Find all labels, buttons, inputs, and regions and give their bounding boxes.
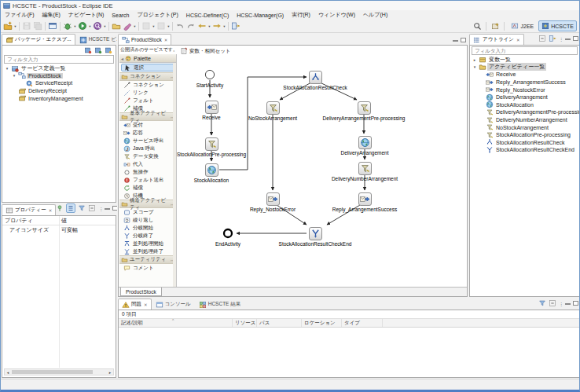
- tree-item[interactable]: Reply_NostockError: [470, 86, 579, 93]
- dropdown-arrow-icon[interactable]: ▾: [133, 24, 137, 28]
- menu-item[interactable]: 実行(R): [288, 10, 314, 20]
- palette-item[interactable]: 応答: [119, 129, 176, 137]
- tab-hcscte-view[interactable]: HCSCTE ビュー✕: [75, 34, 117, 45]
- diagram-node-transform[interactable]: [266, 101, 280, 115]
- palette-item[interactable]: サービス呼出: [119, 137, 176, 145]
- tab-outline[interactable]: アウトライン ✕: [469, 34, 524, 45]
- collapse-all-icon[interactable]: [549, 299, 556, 307]
- menu-item[interactable]: ヘルプ(H): [359, 10, 391, 20]
- perspective-hcscte-button[interactable]: HCSCTE: [538, 20, 577, 31]
- tab-console[interactable]: コンソール: [152, 299, 195, 310]
- diagram-node-transform[interactable]: [358, 162, 372, 175]
- palette-item[interactable]: フォルト送出: [119, 176, 176, 184]
- diagram-node-reply[interactable]: [266, 192, 280, 206]
- palette-item[interactable]: 並列処理終了: [119, 247, 176, 255]
- palette-scrollbar[interactable]: [173, 63, 176, 287]
- page-tab-productstock[interactable]: ProductStock: [120, 288, 162, 296]
- tree-item[interactable]: NoStockArrangement: [470, 123, 579, 131]
- palette-header[interactable]: ◂ Palette: [119, 54, 176, 63]
- tree-item[interactable]: ▾アクティビティー一覧: [470, 64, 579, 71]
- forward-button[interactable]: [211, 20, 222, 31]
- filter-icon[interactable]: [538, 299, 546, 307]
- column-header[interactable]: ロケーション: [302, 319, 342, 327]
- tree-item[interactable]: DeliveryArrangement: [470, 93, 579, 101]
- link-editor-button[interactable]: [230, 20, 241, 31]
- scroll-thumb[interactable]: [12, 370, 93, 374]
- annotation-next-button[interactable]: [156, 20, 167, 31]
- close-icon[interactable]: ✕: [144, 302, 148, 307]
- minimize-icon[interactable]: [565, 38, 571, 40]
- pin-properties-icon[interactable]: [56, 204, 64, 212]
- palette-category[interactable]: ユーティリティ↔: [119, 255, 176, 264]
- back-button[interactable]: [196, 20, 207, 31]
- maximize-icon[interactable]: [573, 301, 578, 306]
- tree-item[interactable]: ▾サービス定義一覧: [2, 64, 116, 72]
- properties-column-divider[interactable]: [59, 216, 60, 368]
- show-categories-icon[interactable]: [66, 203, 75, 213]
- debug-button[interactable]: [62, 20, 73, 31]
- palette-item[interactable]: 無操作: [119, 168, 176, 176]
- expander-icon[interactable]: ▸: [472, 57, 478, 62]
- palette-item[interactable]: コネクション: [119, 81, 176, 89]
- tab-package-explorer[interactable]: パッケージ・エクスプ...: [2, 34, 75, 45]
- palette-item[interactable]: 繰り返し: [119, 216, 176, 224]
- dropdown-arrow-icon[interactable]: ▾: [167, 24, 171, 28]
- menu-item[interactable]: 編集(E): [39, 10, 64, 20]
- save-button[interactable]: [21, 20, 32, 31]
- palette-item[interactable]: コメント: [119, 264, 176, 272]
- menu-item[interactable]: Search: [108, 10, 133, 20]
- tree-item[interactable]: StockAllocationPre-processing: [470, 131, 579, 139]
- new-wizard-button[interactable]: [2, 20, 13, 31]
- tree-item[interactable]: StockAllocation: [470, 101, 579, 109]
- palette-category[interactable]: 構造アクティビティ↔: [119, 200, 176, 208]
- diagram-node-transform[interactable]: [358, 101, 371, 115]
- close-icon[interactable]: ✕: [49, 208, 53, 213]
- tab-hcscte-results[interactable]: HCSCTE 結果: [195, 299, 245, 310]
- diagram-node-reply[interactable]: [358, 192, 372, 206]
- diagram-node-transform[interactable]: [205, 137, 218, 151]
- menu-item[interactable]: HCSC-Definer(C): [182, 10, 233, 20]
- filter-icon[interactable]: [78, 204, 86, 212]
- palette-item[interactable]: データ変換: [119, 152, 176, 160]
- diagram-node-receive[interactable]: [205, 101, 218, 114]
- expander-icon[interactable]: ▾: [4, 66, 10, 71]
- collapse-all-icon[interactable]: [88, 204, 96, 212]
- tree-item[interactable]: ▸変数一覧: [470, 56, 579, 64]
- palette-item[interactable]: 代入: [119, 160, 176, 168]
- diagram-node-branch[interactable]: [309, 71, 322, 84]
- menu-item[interactable]: プロジェクト(P): [134, 10, 182, 20]
- column-header[interactable]: パス: [257, 319, 302, 327]
- tree-item[interactable]: DeliveryNumberArrangement: [470, 116, 579, 124]
- column-header[interactable]: リソース: [233, 319, 257, 327]
- maximize-icon[interactable]: [461, 38, 466, 42]
- menu-item[interactable]: ファイル(F): [1, 10, 39, 20]
- package-action-icon-1[interactable]: [84, 46, 92, 54]
- palette-item[interactable]: 分岐開始: [119, 224, 176, 232]
- tab-problems[interactable]: 問題✕: [118, 299, 152, 310]
- dropdown-arrow-icon[interactable]: ▾: [103, 24, 107, 28]
- tree-item[interactable]: InventoryManagement: [2, 94, 116, 102]
- package-explorer-filter-input[interactable]: [4, 55, 114, 64]
- scroll-right-arrow[interactable]: ▸: [107, 369, 113, 375]
- tree-item[interactable]: ▾ProductStock: [2, 72, 116, 80]
- palette-category[interactable]: コネクション↔: [119, 72, 176, 81]
- dropdown-arrow-icon[interactable]: ▾: [13, 24, 17, 28]
- properties-hscrollbar[interactable]: ◂ ▸: [4, 368, 114, 376]
- menu-item[interactable]: ウィンドウ(W): [314, 10, 359, 20]
- diagram-node-invoke[interactable]: [358, 136, 372, 149]
- diagram-node-start[interactable]: [204, 69, 215, 80]
- expander-icon[interactable]: ▾: [472, 64, 478, 69]
- minimize-icon[interactable]: [453, 39, 458, 42]
- tree-item[interactable]: StockAllocationResultCheck: [470, 139, 579, 147]
- palette-item[interactable]: リンク: [119, 89, 176, 97]
- view-menu-icon[interactable]: ⋮: [559, 36, 563, 42]
- mark-occurrences-button[interactable]: [122, 20, 133, 31]
- dropdown-arrow-icon[interactable]: ▾: [222, 24, 226, 28]
- close-icon[interactable]: ✕: [516, 38, 520, 42]
- menu-item[interactable]: HCSC-Manager(G): [233, 10, 288, 20]
- diagram-node-end[interactable]: [222, 228, 233, 239]
- menu-item[interactable]: ナビゲート(N): [64, 10, 108, 20]
- annotation-prev-button[interactable]: [141, 20, 152, 31]
- tree-item[interactable]: Receive: [470, 71, 579, 79]
- open-resource-button[interactable]: [111, 20, 122, 31]
